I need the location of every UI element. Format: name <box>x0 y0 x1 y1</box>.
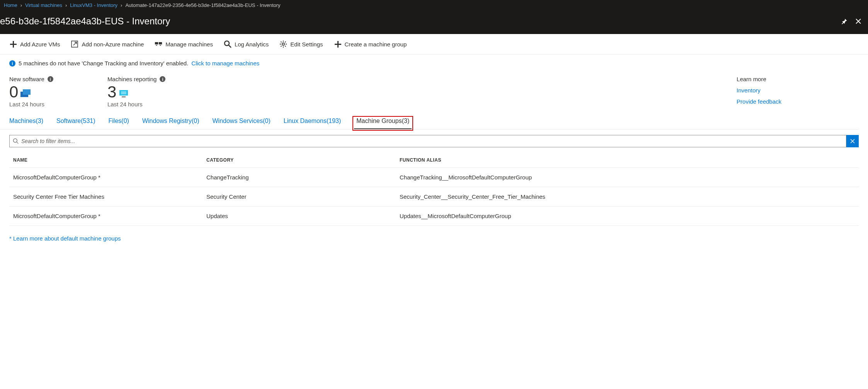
grid-header: NAME CATEGORY FUNCTION ALIAS <box>9 153 859 168</box>
stat-value: 0 <box>9 84 18 100</box>
cell-function-alias: ChangeTracking__MicrosoftDefaultComputer… <box>400 174 855 181</box>
svg-rect-1 <box>155 42 158 44</box>
tab-windows-registry[interactable]: Windows Registry(0) <box>142 118 199 129</box>
learn-more-title: Learn more <box>737 76 781 82</box>
stat-sub: Last 24 hours <box>9 101 53 107</box>
toolbar-label: Add non-Azure machine <box>82 41 144 48</box>
svg-rect-2 <box>159 42 162 44</box>
toolbar: Add Azure VMs Add non-Azure machine Mana… <box>0 34 868 55</box>
close-icon[interactable] <box>855 18 862 25</box>
stat-label: Machines reporting <box>107 76 157 82</box>
tab-files[interactable]: Files(0) <box>109 118 129 129</box>
cell-category: ChangeTracking <box>206 174 400 181</box>
tab-machines[interactable]: Machines(3) <box>9 118 43 129</box>
search-row <box>0 130 868 147</box>
svg-point-6 <box>282 43 284 45</box>
table-row[interactable]: Security Center Free Tier Machines Secur… <box>9 187 859 206</box>
footnote: * Learn more about default machine group… <box>0 228 868 249</box>
svg-point-12 <box>14 139 17 143</box>
breadcrumb-current: Automate-147a22e9-2356-4e56-b3de-1f5842a… <box>125 2 280 8</box>
external-icon <box>71 40 78 48</box>
stat-sub: Last 24 hours <box>107 101 166 107</box>
col-header-function-alias[interactable]: FUNCTION ALIAS <box>400 157 855 163</box>
cell-function-alias: Updates__MicrosoftDefaultComputerGroup <box>400 213 855 219</box>
col-header-category[interactable]: CATEGORY <box>206 157 400 163</box>
learn-more-panel: Learn more Inventory Provide feedback <box>737 76 859 107</box>
tab-machine-groups[interactable]: Machine Groups(3) <box>354 118 412 129</box>
default-machine-groups-link[interactable]: * Learn more about default machine group… <box>9 235 121 242</box>
svg-point-5 <box>225 41 229 46</box>
breadcrumb-link-home[interactable]: Home <box>4 2 17 8</box>
cell-category: Security Center <box>206 193 400 200</box>
tabs: Machines(3) Software(531) Files(0) Windo… <box>0 109 859 130</box>
manage-machines-button[interactable]: Manage machines <box>155 40 213 48</box>
info-icon: i <box>9 60 15 67</box>
plus-icon <box>334 40 342 48</box>
info-banner: i 5 machines do not have 'Change Trackin… <box>0 55 868 69</box>
stat-new-software: New software i 0 Last 24 hours <box>9 76 53 107</box>
cell-name: MicrosoftDefaultComputerGroup * <box>13 213 206 219</box>
clear-search-button[interactable] <box>846 135 859 147</box>
info-icon[interactable]: i <box>48 76 53 82</box>
stat-machines-reporting: Machines reporting i 3 Last 24 hours <box>107 76 166 107</box>
breadcrumb-sep: › <box>20 2 22 8</box>
stat-label: New software <box>9 76 44 82</box>
toolbar-label: Manage machines <box>165 41 213 48</box>
breadcrumb-link-linuxvm3[interactable]: LinuxVM3 - Inventory <box>70 2 117 8</box>
cell-function-alias: Security_Center__Security_Center_Free_Ti… <box>400 193 855 200</box>
search-input[interactable] <box>21 138 843 144</box>
breadcrumb-link-vms[interactable]: Virtual machines <box>25 2 62 8</box>
tab-software[interactable]: Software(531) <box>56 118 95 129</box>
toolbar-label: Edit Settings <box>290 41 323 48</box>
page-title: e56-b3de-1f5842ae4a3b-EUS - Inventory <box>0 16 170 27</box>
stats-row: New software i 0 Last 24 hours Machines … <box>0 69 868 109</box>
tab-linux-daemons[interactable]: Linux Daemons(193) <box>284 118 341 129</box>
svg-rect-4 <box>160 45 161 46</box>
svg-rect-8 <box>23 89 31 95</box>
title-bar: e56-b3de-1f5842ae4a3b-EUS - Inventory <box>0 10 868 34</box>
pin-icon[interactable] <box>841 18 848 25</box>
breadcrumb-sep: › <box>65 2 67 8</box>
plus-icon <box>9 40 17 48</box>
breadcrumb-sep: › <box>121 2 122 8</box>
close-icon <box>850 139 855 143</box>
gear-icon <box>279 40 287 48</box>
search-icon <box>224 40 231 48</box>
svg-rect-3 <box>156 45 157 46</box>
machine-groups-grid: NAME CATEGORY FUNCTION ALIAS MicrosoftDe… <box>0 147 868 228</box>
table-row[interactable]: MicrosoftDefaultComputerGroup * ChangeTr… <box>9 168 859 187</box>
svg-rect-10 <box>122 96 126 97</box>
cell-category: Updates <box>206 213 400 219</box>
table-row[interactable]: MicrosoftDefaultComputerGroup * Updates … <box>9 206 859 226</box>
info-text: 5 machines do not have 'Change Tracking … <box>19 60 188 67</box>
machine-icon <box>119 89 129 98</box>
edit-settings-button[interactable]: Edit Settings <box>279 40 323 48</box>
toolbar-label: Log Analytics <box>235 41 269 48</box>
provide-feedback-link[interactable]: Provide feedback <box>737 98 781 105</box>
cell-name: MicrosoftDefaultComputerGroup * <box>13 174 206 181</box>
toolbar-label: Create a machine group <box>345 41 407 48</box>
search-icon <box>13 138 19 144</box>
manage-machines-link[interactable]: Click to manage machines <box>191 60 259 67</box>
add-non-azure-button[interactable]: Add non-Azure machine <box>71 40 144 48</box>
machines-icon <box>155 40 162 48</box>
stat-value: 3 <box>107 84 116 100</box>
inventory-link[interactable]: Inventory <box>737 87 781 94</box>
search-wrap <box>9 135 846 147</box>
add-azure-vms-button[interactable]: Add Azure VMs <box>9 40 60 48</box>
software-icon <box>20 89 31 98</box>
create-machine-group-button[interactable]: Create a machine group <box>334 40 407 48</box>
col-header-name[interactable]: NAME <box>13 157 206 163</box>
tab-windows-services[interactable]: Windows Services(0) <box>212 118 270 129</box>
breadcrumb: Home › Virtual machines › LinuxVM3 - Inv… <box>0 0 868 10</box>
cell-name: Security Center Free Tier Machines <box>13 193 206 200</box>
info-icon[interactable]: i <box>160 76 165 82</box>
toolbar-label: Add Azure VMs <box>20 41 60 48</box>
log-analytics-button[interactable]: Log Analytics <box>224 40 269 48</box>
svg-rect-11 <box>121 91 126 94</box>
